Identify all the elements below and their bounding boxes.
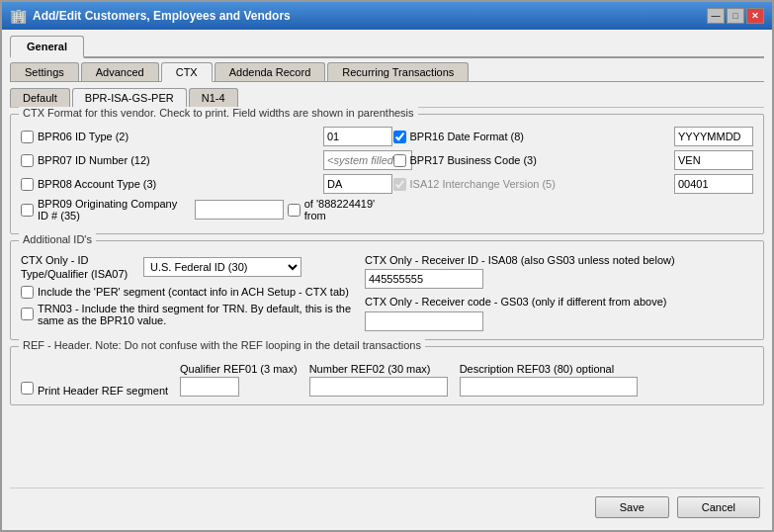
bpr16-input[interactable]: [674, 127, 753, 146]
bpr17-checkbox[interactable]: [393, 154, 406, 167]
tab-ctx[interactable]: CTX: [161, 62, 213, 82]
bpr16-checkbox[interactable]: [393, 131, 406, 143]
bpr17-input[interactable]: [674, 150, 753, 170]
tab-recurring-transactions[interactable]: Recurring Transactions: [327, 62, 469, 81]
tab-addenda-record[interactable]: Addenda Record: [215, 62, 326, 81]
bpr06-row: BPR06 ID Type (2): [21, 127, 382, 146]
receiver-code-label: CTX Only - Receiver code - GS03 (only if…: [365, 295, 753, 309]
bpr08-checkbox[interactable]: [21, 178, 34, 191]
print-ref-label: Print Header REF segment: [38, 385, 168, 397]
qualifier-field: Qualifier REF01 (3 max): [180, 363, 298, 397]
ctx-id-type-row: CTX Only - IDType/Qualifier (ISA07) U.S.…: [21, 253, 357, 282]
ref-group: REF - Header. Note: Do not confuse with …: [10, 346, 764, 405]
cancel-button[interactable]: Cancel: [677, 496, 760, 518]
isa12-checkbox[interactable]: [393, 178, 406, 191]
tab-advanced[interactable]: Advanced: [81, 62, 159, 81]
tab-default[interactable]: Default: [10, 88, 70, 107]
receiver-id-label: CTX Only - Receiver ID - ISA08 (also GS0…: [365, 253, 753, 267]
include-per-row: Include the 'PER' segment (contact info …: [21, 286, 357, 299]
save-button[interactable]: Save: [595, 496, 669, 518]
isa12-input[interactable]: [674, 174, 753, 194]
tab-n1-4[interactable]: N1-4: [189, 88, 238, 107]
content-area: CTX Format for this vendor. Check to pri…: [10, 114, 764, 488]
description-input[interactable]: [460, 377, 638, 397]
bpr06-label: BPR06 ID Type (2): [38, 131, 129, 142]
outer-tab-row: General: [10, 36, 764, 58]
bpr17-label: BPR17 Business Code (3): [410, 154, 537, 166]
receiver-id-input[interactable]: [365, 269, 483, 289]
bpr09-row: BPR09 Originating Company ID # (35) of '…: [21, 198, 382, 222]
ctx-format-label: CTX Format for this vendor. Check to pri…: [19, 107, 418, 119]
ctx-id-type-dropdown[interactable]: U.S. Federal ID (30) EIN (01) SSN (34) O…: [143, 257, 301, 277]
bottom-bar: Save Cancel: [10, 488, 764, 522]
window-icon: 🏢: [10, 8, 27, 24]
bpr08-label: BPR08 Account Type (3): [38, 178, 156, 190]
title-bar: 🏢 Add/Edit Customers, Employees and Vend…: [2, 2, 772, 30]
include-per-label: Include the 'PER' segment (contact info …: [38, 286, 349, 298]
bpr07-row: BPR07 ID Number (12): [21, 150, 382, 170]
ctx-format-group: CTX Format for this vendor. Check to pri…: [10, 114, 764, 234]
description-label: Description REF03 (80) optional: [460, 363, 638, 375]
close-button[interactable]: ✕: [746, 8, 764, 24]
receiver-code-input[interactable]: [365, 311, 483, 331]
bpr09-label: BPR09 Originating Company ID # (35): [38, 198, 187, 222]
qualifier-label: Qualifier REF01 (3 max): [180, 363, 298, 375]
window-body: General Settings Advanced CTX Addenda Re…: [2, 30, 772, 530]
ctx-id-type-label: CTX Only - IDType/Qualifier (ISA07): [21, 253, 139, 282]
bpr06-checkbox[interactable]: [21, 131, 34, 143]
bpr09-input[interactable]: [195, 200, 284, 220]
trn03-row: TRN03 - Include the third segment for TR…: [21, 303, 357, 326]
number-label: Number REF02 (30 max): [309, 363, 448, 375]
ref-group-label: REF - Header. Note: Do not confuse with …: [19, 339, 425, 351]
inner-tab-row: Settings Advanced CTX Addenda Record Rec…: [10, 62, 764, 82]
of-label: of '888224419' from: [304, 198, 382, 222]
tab-settings[interactable]: Settings: [10, 62, 79, 81]
tab-general[interactable]: General: [10, 36, 84, 58]
tab-bpr-isa-gs-per[interactable]: BPR-ISA-GS-PER: [72, 88, 187, 108]
isa12-label: ISA12 Interchange Version (5): [410, 178, 556, 190]
title-controls: — □ ✕: [707, 8, 764, 24]
trn03-label: TRN03 - Include the third segment for TR…: [38, 303, 357, 326]
bpr07-label: BPR07 ID Number (12): [38, 154, 150, 166]
number-field: Number REF02 (30 max): [309, 363, 448, 397]
maximize-button[interactable]: □: [727, 8, 744, 24]
bpr16-row: BPR16 Date Format (8): [393, 127, 754, 146]
additional-ids-label: Additional ID's: [19, 233, 96, 245]
qualifier-input[interactable]: [180, 377, 239, 397]
bpr09-checkbox[interactable]: [21, 204, 34, 217]
bpr07-checkbox[interactable]: [21, 154, 34, 167]
isa12-row: ISA12 Interchange Version (5): [393, 174, 754, 194]
bpr08-row: BPR08 Account Type (3): [21, 174, 382, 194]
bpr09-extra-checkbox[interactable]: [288, 204, 301, 217]
main-window: 🏢 Add/Edit Customers, Employees and Vend…: [0, 0, 774, 532]
number-input[interactable]: [309, 377, 448, 397]
sub-tab-row: Default BPR-ISA-GS-PER N1-4: [10, 88, 764, 108]
minimize-button[interactable]: —: [707, 8, 725, 24]
additional-ids-group: Additional ID's CTX Only - IDType/Qualif…: [10, 240, 764, 340]
description-field: Description REF03 (80) optional: [460, 363, 638, 397]
bpr06-input[interactable]: [323, 127, 392, 146]
ref-fields-row: Print Header REF segment Qualifier REF01…: [21, 363, 753, 397]
receiver-id-row: CTX Only - Receiver ID - ISA08 (also GS0…: [365, 253, 753, 289]
bpr17-row: BPR17 Business Code (3): [393, 150, 754, 170]
bpr16-label: BPR16 Date Format (8): [410, 131, 525, 142]
include-per-checkbox[interactable]: [21, 286, 34, 299]
trn03-checkbox[interactable]: [21, 308, 34, 320]
window-title: Add/Edit Customers, Employees and Vendor…: [33, 9, 291, 23]
print-ref-checkbox[interactable]: [21, 382, 34, 395]
receiver-code-row: CTX Only - Receiver code - GS03 (only if…: [365, 295, 753, 330]
bpr08-input[interactable]: [323, 174, 392, 194]
